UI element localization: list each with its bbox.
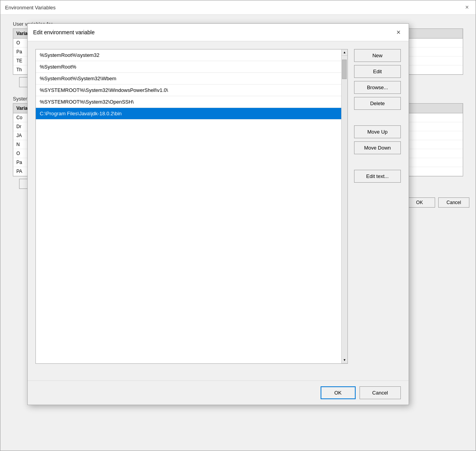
scroll-thumb[interactable] — [342, 60, 347, 79]
dialog-body: %SystemRoot%\system32 %SystemRoot% %Syst… — [28, 41, 409, 372]
path-list[interactable]: %SystemRoot%\system32 %SystemRoot% %Syst… — [36, 49, 341, 363]
path-item-4[interactable]: %SYSTEMROOT%\System32\OpenSSH\ — [36, 96, 341, 108]
dialog-footer: OK Cancel — [28, 381, 409, 405]
edit-env-dialog: Edit environment variable × %SystemRoot%… — [27, 23, 409, 405]
dialog-delete-button[interactable]: Delete — [354, 97, 401, 110]
path-item-5[interactable]: C:\Program Files\Java\jdk-18.0.2\bin — [36, 108, 341, 120]
dialog-edit-text-button[interactable]: Edit text... — [354, 170, 401, 183]
scroll-track[interactable] — [342, 56, 347, 357]
scroll-down-arrow[interactable]: ▼ — [342, 357, 347, 363]
path-item-1[interactable]: %SystemRoot% — [36, 61, 341, 73]
env-cancel-button[interactable]: Cancel — [438, 197, 469, 208]
dialog-close-button[interactable]: × — [394, 28, 403, 37]
path-item-3[interactable]: %SYSTEMROOT%\System32\WindowsPowerShell\… — [36, 85, 341, 96]
dialog-move-up-button[interactable]: Move Up — [354, 125, 401, 138]
dialog-cancel-button[interactable]: Cancel — [360, 386, 401, 399]
path-item-2[interactable]: %SystemRoot%\System32\Wbem — [36, 73, 341, 85]
path-list-wrapper: %SystemRoot%\system32 %SystemRoot% %Syst… — [35, 49, 348, 364]
dialog-move-down-button[interactable]: Move Down — [354, 141, 401, 154]
button-spacer — [354, 113, 401, 122]
dialog-ok-button[interactable]: OK — [321, 386, 356, 399]
dialog-edit-button[interactable]: Edit — [354, 65, 401, 78]
button-spacer-2 — [354, 157, 401, 167]
path-list-scrollbar: ▲ ▼ — [341, 49, 347, 363]
dialog-action-buttons: New Edit Browse... Delete Move Up Move D… — [354, 49, 401, 364]
scroll-up-arrow[interactable]: ▲ — [342, 49, 347, 56]
env-window-title: Environment Variables — [5, 5, 56, 11]
dialog-new-button[interactable]: New — [354, 49, 401, 62]
env-titlebar: Environment Variables × — [0, 0, 476, 15]
dialog-titlebar: Edit environment variable × — [28, 24, 409, 41]
dialog-title: Edit environment variable — [33, 29, 95, 35]
path-item-0[interactable]: %SystemRoot%\system32 — [36, 49, 341, 61]
dialog-browse-button[interactable]: Browse... — [354, 81, 401, 94]
env-close-button[interactable]: × — [463, 4, 471, 11]
